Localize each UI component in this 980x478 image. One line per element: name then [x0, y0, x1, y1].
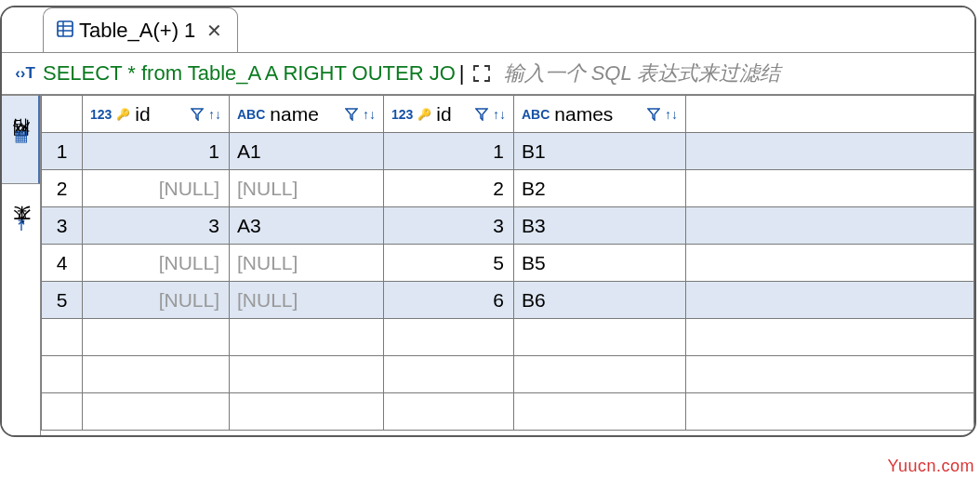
cell[interactable]: A3 — [230, 207, 384, 245]
cell[interactable]: 3 — [83, 207, 230, 245]
side-tab-text[interactable]: 文本 ⇥ — [2, 183, 40, 272]
table-icon — [57, 20, 73, 42]
filter-icon[interactable] — [345, 103, 358, 126]
column-header-name[interactable]: ABC name ↑↓ — [230, 96, 384, 133]
cell-empty — [83, 356, 230, 393]
sql-mode-icon[interactable]: ‹›T — [11, 64, 39, 83]
cell[interactable]: [NULL] — [230, 282, 384, 319]
filter-icon[interactable] — [191, 103, 204, 126]
sql-query-text[interactable]: SELECT * from Table_A A RIGHT OUTER JO — [43, 61, 456, 86]
cell[interactable]: 5 — [384, 245, 514, 282]
cell-empty — [686, 133, 974, 170]
side-tabs: 网格 ▦ 文本 ⇥ — [2, 95, 41, 435]
cell-empty — [686, 170, 974, 207]
filter-icon[interactable] — [647, 103, 660, 126]
filter-icon[interactable] — [475, 103, 488, 126]
table-row[interactable]: 2[NULL][NULL]2B2 — [42, 170, 974, 207]
row-number[interactable]: 2 — [42, 170, 83, 207]
table-row-empty — [42, 356, 974, 393]
text-type-icon: ABC — [237, 107, 265, 122]
cell-empty — [42, 319, 83, 356]
cell-empty — [686, 356, 974, 393]
cell[interactable]: [NULL] — [83, 282, 230, 319]
cell-empty — [42, 393, 83, 431]
key-icon: 🔑 — [417, 108, 431, 121]
cell-empty — [83, 393, 230, 431]
sort-icon[interactable]: ↑↓ — [493, 107, 506, 122]
text-icon: ⇥ — [12, 220, 30, 232]
table-row[interactable]: 33A33B3 — [42, 207, 974, 245]
cell-empty — [384, 393, 514, 431]
number-type-icon: 123 — [90, 107, 112, 122]
row-number[interactable]: 5 — [42, 282, 83, 319]
column-header-id-2[interactable]: 123 🔑 id ↑↓ — [384, 96, 514, 133]
table-row-empty — [42, 319, 974, 356]
sql-bar: ‹›T SELECT * from Table_A A RIGHT OUTER … — [2, 52, 974, 95]
column-name: id — [436, 103, 470, 126]
sql-filter-input[interactable] — [498, 61, 971, 86]
cell[interactable]: [NULL] — [230, 245, 384, 282]
cell[interactable]: 2 — [384, 170, 514, 207]
cell-empty — [514, 356, 686, 393]
svg-rect-0 — [58, 21, 73, 36]
cell-empty — [230, 356, 384, 393]
row-number[interactable]: 4 — [42, 245, 83, 282]
cell-empty — [686, 282, 974, 319]
cell-empty — [514, 319, 686, 356]
column-header-empty — [686, 96, 974, 133]
cell[interactable]: B1 — [514, 133, 686, 170]
data-grid[interactable]: 123 🔑 id ↑↓ ABC name — [41, 95, 974, 435]
cell-empty — [686, 319, 974, 356]
cell-empty — [686, 207, 974, 245]
column-header-names[interactable]: ABC names ↑↓ — [514, 96, 686, 133]
cell[interactable]: [NULL] — [230, 170, 384, 207]
expand-icon[interactable] — [469, 60, 495, 86]
row-number[interactable]: 1 — [42, 133, 83, 170]
cell-empty — [514, 393, 686, 431]
grid-corner[interactable] — [42, 96, 83, 133]
key-icon: 🔑 — [116, 108, 130, 121]
column-name: id — [135, 103, 186, 126]
sort-icon[interactable]: ↑↓ — [363, 107, 376, 122]
column-header-id-1[interactable]: 123 🔑 id ↑↓ — [83, 96, 230, 133]
table-row[interactable]: 4[NULL][NULL]5B5 — [42, 245, 974, 282]
cell[interactable]: 1 — [83, 133, 230, 170]
side-tab-grid[interactable]: 网格 ▦ — [2, 95, 40, 183]
cell-empty — [83, 319, 230, 356]
cell-empty — [686, 245, 974, 282]
table-row[interactable]: 5[NULL][NULL]6B6 — [42, 282, 974, 319]
cell-empty — [384, 356, 514, 393]
column-name: name — [270, 103, 340, 126]
cell[interactable]: B6 — [514, 282, 686, 319]
cell[interactable]: [NULL] — [83, 245, 230, 282]
sort-icon[interactable]: ↑↓ — [665, 107, 678, 122]
tab-bar: Table_A(+) 1 ✕ — [2, 7, 974, 52]
sort-icon[interactable]: ↑↓ — [208, 107, 221, 122]
grid-icon: ▦ — [11, 131, 29, 145]
cell[interactable]: 1 — [384, 133, 514, 170]
table-row-empty — [42, 393, 974, 431]
cell[interactable]: 6 — [384, 282, 514, 319]
cell[interactable]: B3 — [514, 207, 686, 245]
cell[interactable]: A1 — [230, 133, 384, 170]
cell[interactable]: 3 — [384, 207, 514, 245]
number-type-icon: 123 — [391, 107, 413, 122]
column-name: names — [554, 103, 642, 126]
text-type-icon: ABC — [522, 107, 550, 122]
row-number[interactable]: 3 — [42, 207, 83, 245]
table-row[interactable]: 11A11B1 — [42, 133, 974, 170]
cell-empty — [42, 356, 83, 393]
cell-empty — [384, 319, 514, 356]
watermark: Yuucn.com — [887, 457, 974, 476]
cell[interactable]: [NULL] — [83, 170, 230, 207]
cell-empty — [230, 393, 384, 431]
close-icon[interactable]: ✕ — [201, 20, 224, 42]
cursor-icon: | — [459, 61, 465, 86]
tab-table-a[interactable]: Table_A(+) 1 ✕ — [43, 7, 238, 52]
cell[interactable]: B2 — [514, 170, 686, 207]
cell-empty — [230, 319, 384, 356]
tab-label: Table_A(+) 1 — [79, 19, 195, 43]
cell-empty — [686, 393, 974, 431]
cell[interactable]: B5 — [514, 245, 686, 282]
